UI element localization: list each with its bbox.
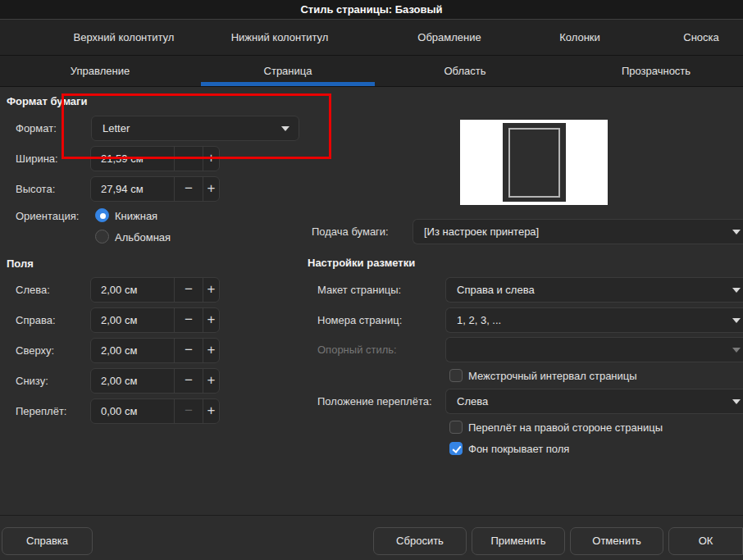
margin-left-stepper[interactable]: 2,00 см − + bbox=[90, 277, 220, 303]
gutter-right-checkbox[interactable] bbox=[449, 421, 463, 434]
paper-format-select[interactable]: Letter bbox=[91, 116, 299, 141]
paper-preview-margins bbox=[508, 128, 560, 198]
height-increase-button[interactable]: + bbox=[203, 177, 219, 201]
gutter-position-label: Положение переплёта: bbox=[317, 389, 432, 414]
margin-right-value[interactable]: 2,00 см bbox=[91, 308, 174, 332]
width-increase-button[interactable]: + bbox=[203, 147, 219, 171]
page-numbers-label: Номера страниц: bbox=[317, 307, 402, 333]
paper-format-header: Формат бумаги bbox=[7, 95, 87, 107]
margin-top-increase-button[interactable]: + bbox=[203, 339, 219, 362]
width-label: Ширина: bbox=[16, 146, 58, 171]
page-style-dialog: Стиль страницы: Базовый Верхний колонтит… bbox=[0, 0, 743, 560]
format-label: Формат: bbox=[16, 116, 57, 141]
margin-bottom-label: Снизу: bbox=[16, 368, 48, 394]
tab-footnote[interactable]: Сноска bbox=[683, 20, 719, 55]
chevron-down-icon bbox=[281, 126, 289, 131]
paper-tray-select[interactable]: [Из настроек принтера] bbox=[413, 219, 743, 244]
apply-button[interactable]: Применить bbox=[472, 527, 565, 555]
tab-borders[interactable]: Обрамление bbox=[417, 20, 481, 55]
chevron-down-icon bbox=[732, 399, 741, 404]
tab-footer[interactable]: Нижний колонтитул bbox=[231, 20, 329, 55]
gutter-increase-button[interactable]: + bbox=[203, 399, 219, 423]
portrait-radio[interactable] bbox=[95, 208, 109, 222]
portrait-radio-label[interactable]: Книжная bbox=[115, 210, 157, 222]
gutter-value[interactable]: 0,00 см bbox=[91, 399, 174, 423]
margin-right-label: Справа: bbox=[16, 307, 56, 333]
dialog-titlebar: Стиль страницы: Базовый bbox=[0, 0, 743, 20]
landscape-radio[interactable] bbox=[95, 230, 109, 244]
paper-tray-value: [Из настроек принтера] bbox=[413, 220, 743, 244]
margin-top-decrease-button[interactable]: − bbox=[174, 339, 203, 362]
margin-left-label: Слева: bbox=[16, 277, 50, 303]
page-layout-value: Справа и слева bbox=[446, 278, 743, 302]
background-covers-margins-checkbox[interactable] bbox=[449, 442, 463, 455]
ok-button[interactable]: ОК bbox=[668, 527, 743, 555]
chevron-down-icon bbox=[732, 318, 741, 323]
margin-top-value[interactable]: 2,00 см bbox=[91, 339, 174, 362]
margin-right-stepper[interactable]: 2,00 см − + bbox=[90, 307, 220, 333]
page-numbers-value: 1, 2, 3, ... bbox=[446, 308, 743, 332]
cancel-button[interactable]: Отменить bbox=[570, 527, 663, 555]
margin-left-decrease-button[interactable]: − bbox=[174, 278, 203, 302]
gutter-stepper[interactable]: 0,00 см − + bbox=[90, 398, 220, 424]
margin-right-decrease-button[interactable]: − bbox=[174, 308, 203, 332]
register-style-label: Опорный стиль: bbox=[317, 337, 397, 362]
background-covers-margins-checkbox-label[interactable]: Фон покрывает поля bbox=[468, 443, 569, 455]
page-layout-select[interactable]: Справа и слева bbox=[445, 277, 743, 303]
line-spacing-checkbox-label[interactable]: Межстрочный интервал страницы bbox=[468, 370, 637, 382]
tab-area[interactable]: Область bbox=[444, 56, 485, 86]
chevron-down-icon bbox=[732, 288, 741, 293]
tab-header[interactable]: Верхний колонтитул bbox=[74, 20, 175, 55]
height-decrease-button[interactable]: − bbox=[174, 177, 203, 201]
page-layout-label: Макет страницы: bbox=[317, 277, 401, 303]
height-label: Высота: bbox=[16, 176, 55, 202]
margin-left-increase-button[interactable]: + bbox=[203, 278, 219, 302]
margin-bottom-increase-button[interactable]: + bbox=[203, 369, 219, 393]
height-stepper[interactable]: 27,94 см − + bbox=[90, 176, 220, 202]
layout-settings-header: Настройки разметки bbox=[308, 257, 415, 269]
margin-right-increase-button[interactable]: + bbox=[203, 308, 219, 332]
tab-transparency[interactable]: Прозрачность bbox=[622, 56, 691, 86]
active-tab-underline bbox=[201, 82, 375, 86]
chevron-down-icon bbox=[732, 348, 741, 353]
orientation-label: Ориентация: bbox=[16, 203, 79, 229]
page-numbers-select[interactable]: 1, 2, 3, ... bbox=[445, 307, 743, 333]
help-button[interactable]: Справка bbox=[2, 527, 93, 555]
tab-columns[interactable]: Колонки bbox=[559, 20, 600, 55]
gutter-position-select[interactable]: Слева bbox=[445, 389, 743, 414]
margin-top-label: Сверху: bbox=[16, 338, 54, 363]
dialog-title: Стиль страницы: Базовый bbox=[0, 0, 743, 19]
line-spacing-checkbox[interactable] bbox=[449, 369, 463, 382]
chevron-down-icon bbox=[732, 230, 741, 234]
width-value[interactable]: 21,59 см bbox=[91, 147, 174, 171]
gutter-position-value: Слева bbox=[446, 389, 743, 413]
margins-header: Поля bbox=[7, 257, 34, 270]
margin-bottom-stepper[interactable]: 2,00 см − + bbox=[90, 368, 220, 394]
register-style-select bbox=[445, 337, 743, 362]
margin-bottom-value[interactable]: 2,00 см bbox=[91, 369, 174, 393]
gutter-label: Переплёт: bbox=[16, 398, 66, 424]
margin-bottom-decrease-button[interactable]: − bbox=[174, 369, 203, 393]
paper-tray-label: Подача бумаги: bbox=[312, 219, 389, 244]
width-decrease-button[interactable]: − bbox=[174, 147, 203, 171]
reset-button[interactable]: Сбросить bbox=[373, 527, 467, 555]
gutter-right-checkbox-label[interactable]: Переплёт на правой стороне страницы bbox=[468, 421, 663, 434]
width-stepper[interactable]: 21,59 см − + bbox=[90, 146, 220, 171]
landscape-radio-label[interactable]: Альбомная bbox=[115, 231, 171, 244]
tab-strip-secondary: Верхний колонтитул Нижний колонтитул Обр… bbox=[0, 20, 743, 56]
dialog-action-bar: Справка Сбросить Применить Отменить ОК bbox=[0, 515, 743, 560]
paper-format-value: Letter bbox=[92, 116, 299, 140]
margin-top-stepper[interactable]: 2,00 см − + bbox=[90, 338, 220, 363]
gutter-decrease-button: − bbox=[174, 399, 203, 423]
height-value[interactable]: 27,94 см bbox=[91, 177, 174, 201]
tab-organizer[interactable]: Управление bbox=[71, 56, 130, 86]
margin-left-value[interactable]: 2,00 см bbox=[91, 278, 174, 302]
